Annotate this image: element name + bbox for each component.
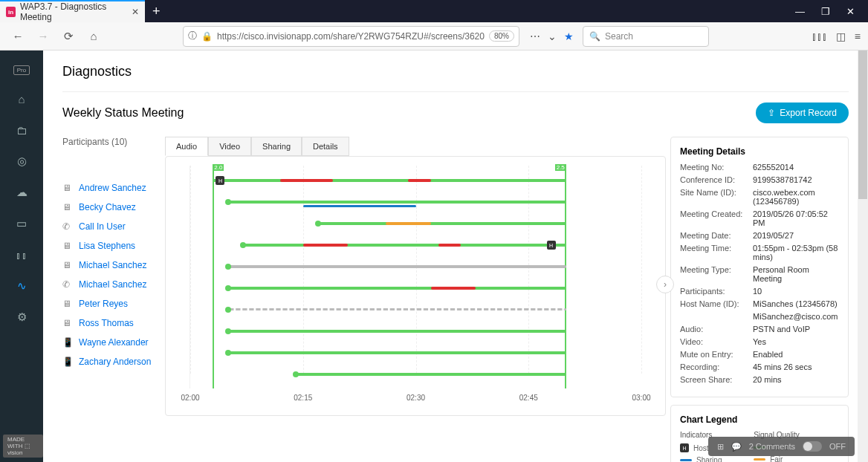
reload-button[interactable]: ⟳ bbox=[58, 26, 79, 47]
folder-icon[interactable]: 🗀 bbox=[14, 123, 29, 137]
close-window-icon[interactable]: ✕ bbox=[846, 6, 855, 17]
participant-link[interactable]: Zachary Anderson bbox=[79, 357, 151, 367]
legend-heading: Chart Legend bbox=[680, 414, 839, 425]
location-icon[interactable]: ◎ bbox=[14, 154, 29, 169]
quality-segment bbox=[408, 179, 430, 182]
participant-item[interactable]: ✆Michael Sanchez bbox=[62, 279, 165, 290]
phone-icon: ✆ bbox=[62, 279, 73, 290]
participant-item[interactable]: 🖥Andrew Sanchez bbox=[62, 183, 165, 193]
quality-segment bbox=[318, 222, 566, 225]
mobile-icon: 📱 bbox=[62, 337, 73, 348]
participant-link[interactable]: Michael Sanchez bbox=[79, 279, 146, 290]
participant-link[interactable]: Ross Thomas bbox=[79, 318, 134, 328]
zoom-level[interactable]: 80% bbox=[489, 30, 514, 42]
window-controls: — ❐ ✕ bbox=[795, 6, 868, 17]
content-area: Diagnostics Weekly Status Meeting ⇪ Expo… bbox=[43, 51, 868, 462]
menu-icon[interactable]: ≡ bbox=[855, 30, 861, 42]
join-dot bbox=[315, 221, 321, 227]
participant-link[interactable]: Wayne Alexander bbox=[79, 337, 149, 348]
participant-item[interactable]: 📱Zachary Anderson bbox=[62, 357, 165, 367]
quality-segment bbox=[228, 265, 566, 268]
forward-button[interactable]: → bbox=[33, 26, 54, 47]
sidebar-toggle-icon[interactable]: ◫ bbox=[836, 30, 846, 42]
quality-segment bbox=[280, 179, 333, 182]
timeline-chart: 2.02.502:0002:1502:3002:4503:00HH › bbox=[165, 156, 666, 416]
participant-item[interactable]: 🖥Becky Chavez bbox=[62, 202, 165, 212]
invision-toolbar[interactable]: ⊞ 💬 2 Comments OFF bbox=[708, 437, 855, 456]
tab-audio[interactable]: Audio bbox=[165, 137, 208, 156]
detail-row: Screen Share:20 mins bbox=[680, 375, 839, 384]
participant-link[interactable]: Call In User bbox=[79, 221, 126, 232]
quality-segment bbox=[243, 244, 566, 247]
detail-row: Site Name (ID):cisco.webex.com (12345678… bbox=[680, 188, 839, 206]
phone-icon: ✆ bbox=[62, 221, 73, 232]
app-sidebar: Pro ⌂ 🗀 ◎ ☁ ▭ ⫾⫾ ∿ ⚙ MADE WITH ⬚ vision bbox=[0, 51, 43, 462]
info-icon[interactable]: ⓘ bbox=[188, 30, 197, 42]
back-button[interactable]: ← bbox=[7, 26, 28, 47]
url-text: https://cisco.invisionapp.com/share/Y2RW… bbox=[217, 31, 485, 42]
details-heading: Meeting Details bbox=[680, 146, 839, 157]
laptop-icon: 🖥 bbox=[62, 260, 73, 270]
tab-title: WAP3.7 - Diagnostics Meeting bbox=[20, 1, 132, 22]
host-badge: H bbox=[547, 241, 556, 250]
new-tab-button[interactable]: + bbox=[145, 4, 168, 19]
participant-link[interactable]: Becky Chavez bbox=[79, 202, 136, 212]
comments-toggle[interactable] bbox=[803, 441, 822, 452]
close-tab-icon[interactable]: ✕ bbox=[132, 7, 139, 17]
participant-item[interactable]: 🖥Lisa Stephens bbox=[62, 241, 165, 251]
participant-link[interactable]: Andrew Sanchez bbox=[79, 183, 146, 193]
participant-item[interactable]: 🖥Michael Sanchez bbox=[62, 260, 165, 270]
participant-item[interactable]: 🖥Peter Reyes bbox=[62, 299, 165, 309]
participant-link[interactable]: Michael Sanchez bbox=[79, 260, 146, 270]
settings-icon[interactable]: ⚙ bbox=[14, 310, 29, 325]
browser-toolbar: ← → ⟳ ⌂ ⓘ 🔒 https://cisco.invisionapp.co… bbox=[0, 22, 868, 51]
detail-row: Meeting Date:2019/05/27 bbox=[680, 231, 839, 240]
tab-details[interactable]: Details bbox=[302, 137, 349, 156]
home-icon[interactable]: ⌂ bbox=[14, 91, 29, 106]
home-button[interactable]: ⌂ bbox=[83, 26, 104, 47]
made-with-badge: MADE WITH ⬚ vision bbox=[3, 435, 43, 458]
grid-icon[interactable]: ⊞ bbox=[717, 442, 724, 452]
detail-row: Meeting Type:Personal Room Meeting bbox=[680, 265, 839, 283]
laptop-icon: 🖥 bbox=[62, 202, 73, 212]
browser-tab[interactable]: in WAP3.7 - Diagnostics Meeting ✕ bbox=[0, 0, 145, 22]
detail-row: Mute on Entry:Enabled bbox=[680, 350, 839, 359]
comment-icon[interactable]: 💬 bbox=[731, 442, 742, 452]
tab-video[interactable]: Video bbox=[208, 137, 251, 156]
pocket-icon[interactable]: ⌄ bbox=[548, 30, 557, 42]
analytics-icon[interactable]: ⫾⫾ bbox=[14, 247, 29, 262]
url-bar[interactable]: ⓘ 🔒 https://cisco.invisionapp.com/share/… bbox=[183, 26, 519, 47]
page-title: Diagnostics bbox=[62, 64, 849, 79]
browser-titlebar: in WAP3.7 - Diagnostics Meeting ✕ + — ❐ … bbox=[0, 0, 868, 22]
join-dot bbox=[293, 371, 299, 377]
cloud-icon[interactable]: ☁ bbox=[14, 185, 29, 200]
join-dot bbox=[240, 242, 246, 248]
more-icon[interactable]: ⋯ bbox=[530, 30, 540, 42]
join-dot bbox=[225, 285, 231, 291]
search-placeholder: Search bbox=[605, 31, 633, 42]
export-record-button[interactable]: ⇪ Export Record bbox=[756, 103, 849, 123]
participant-link[interactable]: Lisa Stephens bbox=[79, 241, 135, 251]
scrollbar[interactable] bbox=[858, 51, 868, 462]
browser-search[interactable]: 🔍 Search bbox=[583, 26, 709, 47]
device-icon[interactable]: ▭ bbox=[14, 216, 29, 231]
participant-item[interactable]: 📱Wayne Alexander bbox=[62, 337, 165, 348]
favicon-icon: in bbox=[6, 7, 16, 17]
expand-chart-button[interactable]: › bbox=[656, 276, 674, 293]
tab-sharing[interactable]: Sharing bbox=[251, 137, 302, 156]
join-dot bbox=[225, 199, 231, 205]
diagnostics-icon[interactable]: ∿ bbox=[14, 279, 29, 293]
library-icon[interactable]: ⫿⫿⫿ bbox=[812, 30, 827, 42]
restore-icon[interactable]: ❐ bbox=[821, 6, 830, 17]
bookmark-star-icon[interactable]: ★ bbox=[564, 30, 574, 42]
minimize-icon[interactable]: — bbox=[795, 6, 805, 17]
participant-link[interactable]: Peter Reyes bbox=[79, 299, 128, 309]
pro-badge: Pro bbox=[13, 65, 30, 75]
quality-segment bbox=[228, 351, 566, 354]
detail-row: Meeting Created:2019/05/26 07:05:52 PM bbox=[680, 209, 839, 227]
participant-item[interactable]: ✆Call In User bbox=[62, 221, 165, 232]
quality-segment bbox=[228, 308, 566, 310]
quality-segment bbox=[228, 330, 566, 333]
meeting-title: Weekly Status Meeting bbox=[62, 106, 184, 120]
participant-item[interactable]: 🖥Ross Thomas bbox=[62, 318, 165, 328]
